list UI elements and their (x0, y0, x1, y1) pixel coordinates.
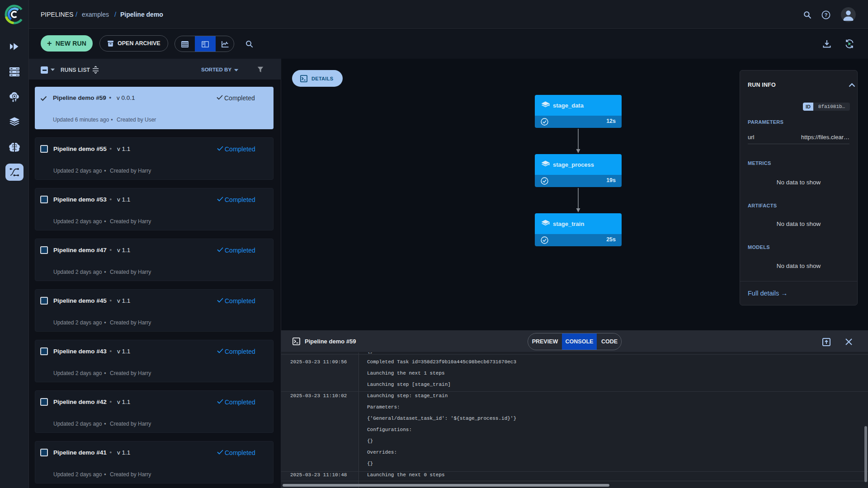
svg-text:?: ? (825, 12, 828, 18)
